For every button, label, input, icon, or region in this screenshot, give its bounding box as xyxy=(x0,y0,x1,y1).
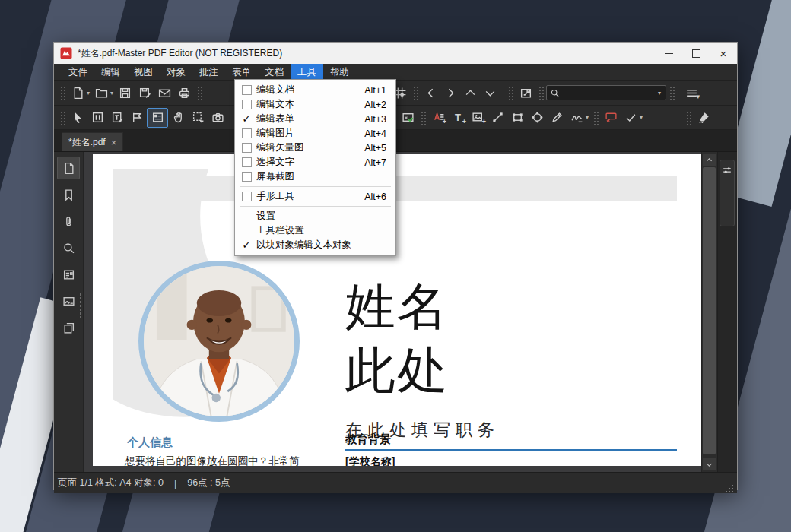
maximize-button[interactable] xyxy=(682,43,710,64)
menu-annotate[interactable]: 批注 xyxy=(192,64,225,80)
print-button[interactable] xyxy=(174,84,194,102)
menu-item-edit-text[interactable]: 编辑文本 Alt+2 xyxy=(235,97,396,112)
open-button[interactable] xyxy=(91,84,111,102)
fit-page-button[interactable] xyxy=(516,84,535,102)
toolbar-grip[interactable] xyxy=(59,85,65,100)
screenshot-tool-button[interactable] xyxy=(208,109,227,127)
hand-tool-button[interactable] xyxy=(168,109,188,127)
highlighter-tool-button[interactable] xyxy=(694,109,713,127)
sidebar-pages-button[interactable] xyxy=(57,316,80,339)
menu-item-settings[interactable]: 设置 xyxy=(235,209,396,223)
vertical-scrollbar[interactable] xyxy=(701,152,717,472)
add-image-button[interactable]: + xyxy=(468,109,488,127)
menu-tools[interactable]: 工具 xyxy=(291,64,323,80)
sidebar-signatures-button[interactable] xyxy=(57,290,80,312)
menu-item-edit-vector[interactable]: 编辑矢量图 Alt+5 xyxy=(235,141,396,155)
menu-view[interactable]: 视图 xyxy=(127,64,160,80)
menu-item-screenshot[interactable]: 屏幕截图 xyxy=(235,169,396,184)
toolbar-grip[interactable] xyxy=(59,110,65,125)
status-divider: | xyxy=(174,478,176,489)
edit-text-tool-button[interactable] xyxy=(107,109,127,127)
signature-tool-button[interactable] xyxy=(567,109,586,127)
pencil-icon xyxy=(551,111,564,124)
search-input[interactable] xyxy=(560,87,659,99)
toolbar-grip[interactable] xyxy=(420,110,426,125)
menu-item-edit-text-as-block[interactable]: ✓ 以块对象编辑文本对象 xyxy=(235,238,396,252)
tab-close-icon[interactable]: × xyxy=(111,138,117,147)
menu-item-shortcut: Alt+4 xyxy=(364,128,386,139)
menu-item-toolbar-settings[interactable]: 工具栏设置 xyxy=(235,223,396,238)
select-object-tool-button[interactable] xyxy=(188,109,208,127)
printer-icon xyxy=(178,87,191,100)
edit-vector-tool-button[interactable] xyxy=(127,109,147,127)
check-annotation-button[interactable] xyxy=(621,109,640,127)
add-text-button[interactable]: T + xyxy=(448,109,468,127)
email-button[interactable] xyxy=(154,84,174,102)
menu-edit[interactable]: 编辑 xyxy=(94,64,127,80)
page-up-button[interactable] xyxy=(460,84,480,102)
nav-back-button[interactable] xyxy=(421,84,440,102)
select-tool-button[interactable] xyxy=(68,109,87,127)
add-text-field-button[interactable]: + xyxy=(428,109,448,127)
checkbox-icon xyxy=(237,143,256,153)
sidebar-splitter-handle[interactable] xyxy=(79,293,82,320)
new-document-button[interactable] xyxy=(68,84,87,102)
document-tab[interactable]: *姓名.pdf × xyxy=(62,132,123,151)
line-tool-button[interactable] xyxy=(488,109,507,127)
save-as-button[interactable] xyxy=(135,84,154,102)
menu-document[interactable]: 文档 xyxy=(258,64,291,80)
menu-item-hand-tool[interactable]: 手形工具 Alt+6 xyxy=(235,189,396,204)
sidebar-search-button[interactable] xyxy=(57,236,80,259)
toolbar-grip[interactable] xyxy=(538,85,544,100)
menu-file[interactable]: 文件 xyxy=(62,64,94,80)
toolbar-grip[interactable] xyxy=(669,85,675,100)
menu-form[interactable]: 表单 xyxy=(225,64,258,80)
rectangle-icon xyxy=(511,111,524,124)
checkmark-icon: ✓ xyxy=(237,114,256,124)
ellipse-tool-button[interactable] xyxy=(527,109,547,127)
properties-panel-button[interactable] xyxy=(720,160,735,226)
sidebar-form-fields-button[interactable] xyxy=(57,263,80,286)
toolbar-grip[interactable] xyxy=(685,110,691,125)
search-icon xyxy=(550,88,560,98)
menubar: 文件 编辑 视图 对象 批注 表单 文档 工具 帮助 xyxy=(54,64,737,81)
toolbar-grip[interactable] xyxy=(412,85,418,100)
scrollbar-thumb[interactable] xyxy=(703,167,716,454)
menu-object[interactable]: 对象 xyxy=(160,64,192,80)
form-properties-button[interactable] xyxy=(398,109,418,127)
bookmark-icon xyxy=(62,188,75,201)
profile-photo[interactable] xyxy=(138,261,300,422)
sidebar-thumbnails-button[interactable] xyxy=(57,157,80,179)
menu-item-edit-form[interactable]: ✓ 编辑表单 Alt+3 xyxy=(235,112,396,126)
save-button[interactable] xyxy=(115,84,135,102)
menu-item-select-text[interactable]: 选择文字 Alt+7 xyxy=(235,155,396,169)
toolbar-grip[interactable] xyxy=(196,85,202,100)
sidebar-attachments-button[interactable] xyxy=(57,210,80,233)
toolbar-grip[interactable] xyxy=(507,85,513,100)
layers-pages-icon xyxy=(62,321,75,334)
save-icon xyxy=(119,87,132,100)
minimize-button[interactable] xyxy=(655,43,682,64)
nav-forward-button[interactable] xyxy=(440,84,460,102)
menu-item-label: 编辑图片 xyxy=(256,127,364,140)
chevron-down-icon[interactable]: ▾ xyxy=(656,90,662,97)
rectangle-tool-button[interactable] xyxy=(507,109,527,127)
scroll-up-button[interactable] xyxy=(703,154,716,166)
toolbar-grip[interactable] xyxy=(592,110,599,125)
close-button[interactable]: × xyxy=(710,43,737,64)
menu-help[interactable]: 帮助 xyxy=(323,64,356,80)
toolbar-overflow-button[interactable]: ▾ xyxy=(681,84,701,102)
callout-icon xyxy=(605,111,618,124)
window-resize-grip[interactable] xyxy=(725,481,735,492)
edit-document-tool-button[interactable] xyxy=(87,109,107,127)
pencil-tool-button[interactable] xyxy=(547,109,567,127)
menu-item-edit-document[interactable]: 编辑文档 Alt+1 xyxy=(235,83,396,97)
scroll-down-button[interactable] xyxy=(703,458,716,470)
callout-tool-button[interactable] xyxy=(601,109,621,127)
sidebar-bookmarks-button[interactable] xyxy=(57,183,80,206)
menu-item-label: 编辑矢量图 xyxy=(256,141,364,154)
pdf-page[interactable]: 姓名 此处 在此处填写职务 教育背景 [学校名称] 个人信息 想要将自己的图像放… xyxy=(93,154,701,466)
menu-item-edit-image[interactable]: 编辑图片 Alt+4 xyxy=(235,126,396,141)
page-down-button[interactable] xyxy=(480,84,500,102)
edit-form-tool-button[interactable] xyxy=(147,108,168,128)
